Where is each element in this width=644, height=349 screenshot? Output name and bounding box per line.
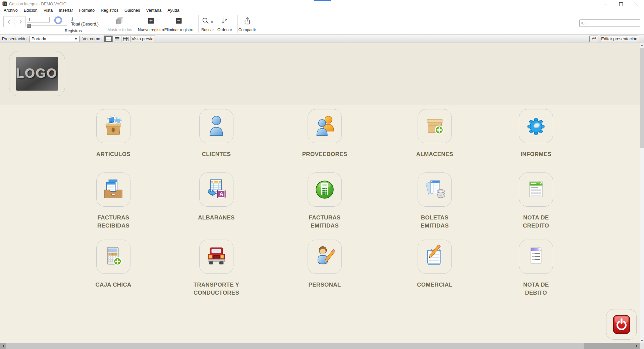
edit-layout-label: Editar presentación xyxy=(601,37,637,41)
share-label: Compartir xyxy=(238,28,256,32)
next-record-button[interactable] xyxy=(15,16,26,27)
module-label: NOTA DE DEBITO xyxy=(520,281,552,297)
people-blue-orange-icon xyxy=(313,114,337,138)
sheet-coins-icon xyxy=(423,178,447,202)
module-label: COMERCIAL xyxy=(406,281,463,289)
layout-content: LOGO ARTICULOS CLIENTES xyxy=(0,43,644,343)
menu-archivo[interactable]: Archivo xyxy=(1,8,21,13)
module-label: FACTURAS EMITIDAS xyxy=(305,214,345,230)
found-count: 1 xyxy=(71,17,73,21)
document-green-header-icon xyxy=(524,178,548,202)
albaranes-button[interactable]: A xyxy=(199,172,233,207)
minus-square-icon xyxy=(176,18,182,24)
transporte-button[interactable] xyxy=(199,240,233,274)
nota-de-credito-button[interactable] xyxy=(519,172,553,207)
chevron-right-icon xyxy=(18,19,22,24)
module-articulos: ARTICULOS xyxy=(71,109,155,158)
horizontal-scroll-thumb[interactable] xyxy=(6,343,584,349)
proveedores-button[interactable] xyxy=(308,109,342,143)
truck-red-icon xyxy=(204,245,228,269)
close-button[interactable] xyxy=(629,0,644,8)
quick-search-box[interactable] xyxy=(579,19,640,27)
menu-ayuda[interactable]: Ayuda xyxy=(164,8,182,13)
module-comercial: COMERCIAL xyxy=(393,240,477,289)
minimize-button[interactable] xyxy=(598,0,613,8)
module-clientes: CLIENTES xyxy=(174,109,258,158)
nota-de-debito-button[interactable] xyxy=(519,240,553,274)
facturas-emitidas-button[interactable] xyxy=(308,172,342,207)
menu-ventana[interactable]: Ventana xyxy=(143,8,165,13)
record-slider[interactable] xyxy=(27,25,67,26)
maximize-button[interactable] xyxy=(613,0,629,8)
layout-select-value: Portada xyxy=(32,37,74,41)
module-label: NOTA DE CREDITO xyxy=(520,214,552,230)
module-label: FACTURAS RECIBIDAS xyxy=(93,214,133,230)
form-view-icon xyxy=(106,37,111,41)
stacked-pages-icon xyxy=(116,17,123,24)
record-slider-thumb[interactable] xyxy=(27,24,31,28)
scroll-left-arrow[interactable] xyxy=(0,343,6,349)
formatting-bar-button[interactable]: Aª xyxy=(589,36,598,42)
menu-formato[interactable]: Formato xyxy=(76,8,98,13)
preview-button[interactable]: Vista previa xyxy=(130,36,155,42)
exit-button[interactable] xyxy=(606,309,637,340)
articulos-button[interactable] xyxy=(96,109,130,143)
menu-guiones[interactable]: Guiones xyxy=(121,8,143,13)
table-access-icon: A xyxy=(204,178,228,202)
title-bar: Gestion Integral - DEMO VACIO xyxy=(0,0,644,7)
record-number-field[interactable] xyxy=(27,17,50,22)
informes-button[interactable] xyxy=(519,109,553,143)
module-albaranes: A ALBARANES xyxy=(174,172,258,222)
horizontal-scrollbar[interactable] xyxy=(0,343,644,349)
module-nota-de-credito: NOTA DE CREDITO xyxy=(494,172,578,230)
menu-insertar[interactable]: Insertar xyxy=(56,8,76,13)
boletas-emitidas-button[interactable] xyxy=(418,172,452,207)
form-view-button[interactable] xyxy=(104,36,113,42)
module-label: CLIENTES xyxy=(188,150,245,158)
show-all-label: Mostrar todos xyxy=(107,28,132,32)
menu-vista[interactable]: Vista xyxy=(41,8,56,13)
share-button[interactable]: Compartir xyxy=(227,16,267,32)
previous-record-button[interactable] xyxy=(3,16,14,27)
facturas-recibidas-button[interactable] xyxy=(96,172,130,207)
status-toolbar: 1 Total (Desord.) Registros Mostrar todo… xyxy=(0,13,644,35)
module-label: INFORMES xyxy=(507,150,565,158)
calculator-plus-icon xyxy=(101,245,125,269)
module-personal: PERSONAL xyxy=(283,240,367,289)
almacenes-button[interactable] xyxy=(418,109,452,143)
quick-search-input[interactable] xyxy=(587,20,640,26)
gear-blue-icon xyxy=(524,114,548,138)
menu-registros[interactable]: Registros xyxy=(98,8,121,13)
layout-select[interactable]: Portada xyxy=(30,36,79,42)
personal-button[interactable] xyxy=(308,240,342,274)
logo-frame: LOGO xyxy=(9,51,65,96)
search-icon xyxy=(581,21,584,26)
comercial-button[interactable] xyxy=(418,240,452,274)
view-as-label: Ver como: xyxy=(83,37,101,41)
module-facturas-recibidas: FACTURAS RECIBIDAS xyxy=(71,172,155,230)
vertical-scroll-thumb[interactable] xyxy=(640,48,644,148)
table-view-icon xyxy=(123,37,128,41)
vertical-scrollbar[interactable] xyxy=(640,43,644,343)
window-controls xyxy=(598,0,644,8)
scroll-down-arrow[interactable] xyxy=(640,339,644,343)
table-view-button[interactable] xyxy=(121,36,130,42)
scroll-right-arrow[interactable] xyxy=(634,343,640,349)
chevron-left-icon xyxy=(7,19,11,24)
list-view-button[interactable] xyxy=(112,36,121,42)
power-icon xyxy=(611,314,632,335)
chevron-down-icon xyxy=(74,38,77,40)
box-plus-icon xyxy=(423,114,447,138)
clientes-button[interactable] xyxy=(199,109,233,143)
module-caja-chica: CAJA CHICA xyxy=(71,240,155,289)
menu-edicion[interactable]: Edición xyxy=(21,8,41,13)
menu-bar: Archivo Edición Vista Insertar Formato R… xyxy=(0,7,644,13)
scroll-up-arrow[interactable] xyxy=(640,43,644,47)
module-label: ARTICULOS xyxy=(85,150,142,158)
preview-label: Vista previa xyxy=(131,37,153,41)
person-blue-icon xyxy=(204,114,228,138)
edit-layout-button[interactable]: Editar presentación xyxy=(600,36,638,42)
module-almacenes: ALMACENES xyxy=(393,109,477,158)
caja-chica-button[interactable] xyxy=(96,240,130,274)
total-label: Total (Desord.) xyxy=(71,22,99,27)
